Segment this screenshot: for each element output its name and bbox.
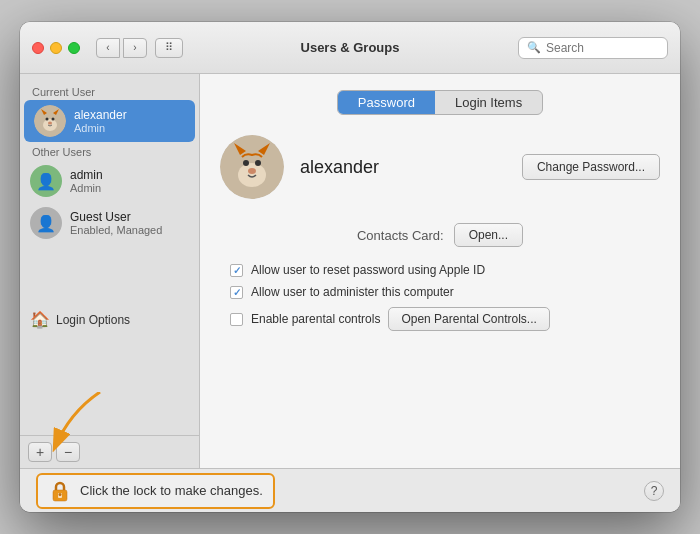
close-button[interactable] xyxy=(32,42,44,54)
svg-point-4 xyxy=(46,118,49,121)
svg-point-11 xyxy=(243,160,249,166)
options-list: Allow user to reset password using Apple… xyxy=(220,263,660,331)
administer-checkbox[interactable] xyxy=(230,286,243,299)
current-user-name: alexander xyxy=(74,108,127,122)
other-users-label: Other Users xyxy=(20,142,199,160)
guest-avatar: 👤 xyxy=(30,207,62,239)
admin-avatar: 👤 xyxy=(30,165,62,197)
forward-button[interactable]: › xyxy=(123,38,147,58)
svg-point-16 xyxy=(59,493,62,496)
detail-panel: Password Login Items xyxy=(200,74,680,468)
nav-buttons: ‹ › xyxy=(96,38,147,58)
lock-icon-container xyxy=(48,479,72,503)
main-window: ‹ › ⠿ Users & Groups 🔍 Current User xyxy=(20,22,680,512)
admin-user-item[interactable]: 👤 admin Admin xyxy=(20,160,199,202)
fox-avatar-svg xyxy=(34,105,66,137)
reset-password-label: Allow user to reset password using Apple… xyxy=(251,263,485,277)
change-password-button[interactable]: Change Password... xyxy=(522,154,660,180)
add-user-button[interactable]: + xyxy=(28,442,52,462)
grid-button[interactable]: ⠿ xyxy=(155,38,183,58)
current-user-avatar xyxy=(34,105,66,137)
option-reset-password-row: Allow user to reset password using Apple… xyxy=(230,263,650,277)
search-icon: 🔍 xyxy=(527,41,541,54)
svg-point-6 xyxy=(48,122,52,125)
main-username: alexander xyxy=(300,157,506,178)
svg-point-12 xyxy=(255,160,261,166)
guest-user-name: Guest User xyxy=(70,210,162,224)
contacts-label: Contacts Card: xyxy=(357,228,444,243)
open-parental-controls-button[interactable]: Open Parental Controls... xyxy=(388,307,549,331)
parental-label: Enable parental controls xyxy=(251,312,380,326)
remove-user-button[interactable]: − xyxy=(56,442,80,462)
lock-section[interactable]: Click the lock to make changes. xyxy=(36,473,275,509)
current-user-label: Current User xyxy=(20,82,199,100)
current-user-item[interactable]: alexander Admin xyxy=(24,100,195,142)
main-user-avatar xyxy=(220,135,284,199)
open-contacts-button[interactable]: Open... xyxy=(454,223,523,247)
admin-user-info: admin Admin xyxy=(70,168,103,194)
search-input[interactable] xyxy=(546,41,659,55)
traffic-lights xyxy=(32,42,80,54)
tab-login-items[interactable]: Login Items xyxy=(435,91,542,114)
tab-bar: Password Login Items xyxy=(220,90,660,115)
reset-password-checkbox[interactable] xyxy=(230,264,243,277)
tab-password[interactable]: Password xyxy=(338,91,435,114)
search-bar[interactable]: 🔍 xyxy=(518,37,668,59)
guest-avatar-icon: 👤 xyxy=(36,214,56,233)
sidebar-footer: + − xyxy=(20,435,199,468)
tab-group: Password Login Items xyxy=(337,90,543,115)
guest-user-role: Enabled, Managed xyxy=(70,224,162,236)
admin-avatar-icon: 👤 xyxy=(36,172,56,191)
svg-point-13 xyxy=(248,168,256,174)
back-button[interactable]: ‹ xyxy=(96,38,120,58)
house-icon: 🏠 xyxy=(30,310,50,329)
svg-point-8 xyxy=(238,163,266,187)
bottom-bar: Click the lock to make changes. ? xyxy=(20,468,680,512)
admin-user-name: admin xyxy=(70,168,103,182)
main-content: Current User xyxy=(20,74,680,468)
current-user-role: Admin xyxy=(74,122,127,134)
contacts-row: Contacts Card: Open... xyxy=(220,223,660,247)
window-title: Users & Groups xyxy=(301,40,400,55)
option-administer-row: Allow user to administer this computer xyxy=(230,285,650,299)
admin-user-role: Admin xyxy=(70,182,103,194)
main-fox-avatar-svg xyxy=(220,135,284,199)
login-options-item[interactable]: 🏠 Login Options xyxy=(20,304,199,335)
maximize-button[interactable] xyxy=(68,42,80,54)
titlebar: ‹ › ⠿ Users & Groups 🔍 xyxy=(20,22,680,74)
svg-point-1 xyxy=(43,119,57,131)
current-user-info: alexander Admin xyxy=(74,108,127,134)
svg-point-5 xyxy=(52,118,55,121)
administer-label: Allow user to administer this computer xyxy=(251,285,454,299)
minimize-button[interactable] xyxy=(50,42,62,54)
lock-icon xyxy=(50,480,70,502)
login-options-label: Login Options xyxy=(56,313,130,327)
user-header: alexander Change Password... xyxy=(220,135,660,199)
sidebar-content: Current User xyxy=(20,74,199,435)
parental-checkbox[interactable] xyxy=(230,313,243,326)
help-button[interactable]: ? xyxy=(644,481,664,501)
guest-user-info: Guest User Enabled, Managed xyxy=(70,210,162,236)
sidebar: Current User xyxy=(20,74,200,468)
guest-user-item[interactable]: 👤 Guest User Enabled, Managed xyxy=(20,202,199,244)
lock-text: Click the lock to make changes. xyxy=(80,483,263,498)
parental-row: Enable parental controls Open Parental C… xyxy=(230,307,650,331)
